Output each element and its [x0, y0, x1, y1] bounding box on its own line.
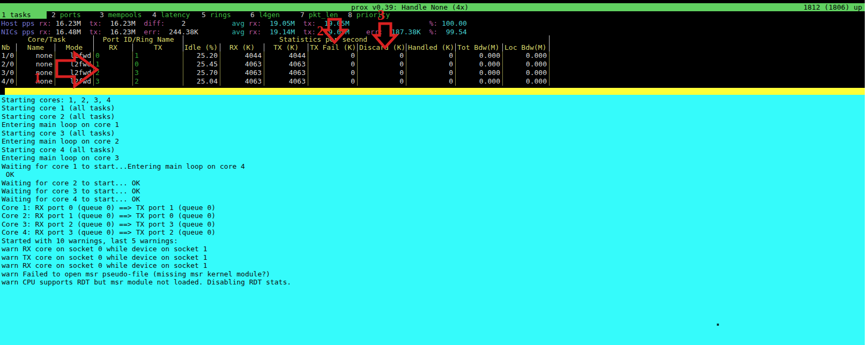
metric-segment: tx: — [295, 28, 316, 36]
stats-cell: Statistics per second — [183, 35, 550, 43]
stats-cell: Nb — [0, 43, 17, 51]
stats-row: 1/0nonel2fwd0125.20404440440000.0000.000 — [0, 51, 550, 60]
metric-segment — [350, 19, 429, 27]
tab-number: 6 — [250, 11, 255, 19]
stats-cell: 0 — [358, 60, 406, 69]
stats-cell: none — [17, 69, 55, 77]
right-strip — [865, 0, 868, 345]
prox-terminal-screen: prox v0.39: Handle None (4x) 1812 (1806)… — [0, 0, 868, 345]
stats-cell: Name — [17, 43, 55, 51]
stats-cell: 0 — [94, 51, 133, 60]
metric-segment: 16.23M — [51, 19, 81, 27]
tab-2-ports[interactable]: 2 ports — [51, 11, 81, 19]
tab-label: l4gen — [255, 11, 280, 19]
metric-segment: %: — [421, 28, 437, 36]
stats-cell: 0 — [308, 60, 358, 69]
stats-cell: Core/Task — [0, 35, 94, 43]
tab-row: 1 tasks2 ports3 mempools4 latency5 rings… — [0, 11, 865, 19]
stats-cell: 0.000 — [456, 51, 503, 60]
tab-3-mempools[interactable]: 3 mempools — [100, 11, 142, 19]
stats-cell: 4063 — [264, 69, 308, 77]
stats-cell: 1 — [133, 51, 183, 60]
tab-label: ports — [56, 11, 81, 19]
metric-segment: %: — [429, 19, 437, 27]
metric-segment — [198, 28, 232, 36]
stats-cell: Handled (K) — [406, 43, 456, 51]
stats-cell: 2 — [133, 77, 183, 86]
stats-cell: none — [17, 51, 55, 60]
stats-cell: 0.000 — [456, 60, 503, 69]
tab-label: tasks — [6, 11, 31, 19]
stray-dot — [717, 324, 719, 326]
log-text: Starting cores: 1, 2, 3, 4 Starting core… — [0, 95, 865, 286]
metric-segment: 19.14M — [261, 28, 295, 36]
stats-cell: 25.45 — [183, 60, 220, 69]
metric-segment: tx: — [81, 28, 102, 36]
stats-cell: 0.000 — [503, 60, 550, 69]
tab-4-latency[interactable]: 4 latency — [152, 11, 190, 19]
tab-8-priority[interactable]: 8 priority — [348, 11, 390, 19]
stats-cell: 2 — [94, 69, 133, 77]
stats-cell: 25.04 — [183, 77, 220, 86]
stats-cell: 3 — [133, 69, 183, 77]
metric-segment: 187.38K — [383, 28, 420, 36]
stats-cell: 2/0 — [0, 60, 17, 69]
stats-cell: RX — [94, 43, 133, 51]
stats-cell: 4/0 — [0, 77, 17, 86]
stats-cell: 4063 — [264, 60, 308, 69]
metric-segment: NICs pps — [1, 28, 35, 36]
tab-7-pkt_len[interactable]: 7 pkt_len — [300, 11, 338, 19]
stats-cell: 4063 — [220, 60, 264, 69]
stats-cell: 0.000 — [456, 69, 503, 77]
stats-column-header-row: NbNameModeRXTXIdle (%)RX (K)TX (K)TX Fai… — [0, 43, 550, 51]
metric-segment: 16.23M — [102, 19, 136, 27]
stats-cell: RX (K) — [220, 43, 264, 51]
stats-cell: 3 — [94, 77, 133, 86]
metric-segment: 244.38K — [160, 28, 198, 36]
metric-segment: diff: — [136, 19, 165, 27]
tab-5-rings[interactable]: 5 rings — [202, 11, 231, 19]
tab-number: 8 — [348, 11, 352, 19]
stats-cell: 0 — [406, 69, 456, 77]
pps-metrics: Host pps rx: 16.23M tx: 16.23M diff: 2 a… — [1, 19, 467, 36]
stats-cell: TX Fail (K) — [308, 43, 358, 51]
cursor-block — [0, 88, 5, 95]
metric-segment: 2 — [165, 19, 186, 27]
stats-cell: 0.000 — [503, 51, 550, 60]
metric-segment: 16.23M — [102, 28, 136, 36]
metric-segment: err: — [136, 28, 161, 36]
metric-segment: 19.05M — [316, 19, 350, 27]
stats-cell: 4063 — [220, 77, 264, 86]
tab-6-l4gen[interactable]: 6 l4gen — [250, 11, 280, 19]
tab-number: 5 — [202, 11, 206, 19]
stats-cell: none — [17, 60, 55, 69]
stats-row: 3/0nonel2fwd2325.70406340630000.0000.000 — [0, 69, 550, 77]
stats-cell: TX — [133, 43, 183, 51]
stats-cell: l2fwd — [55, 60, 94, 69]
tab-label: rings — [206, 11, 231, 19]
stats-cell: 0 — [406, 51, 456, 60]
log-area: Starting cores: 1, 2, 3, 4 Starting core… — [0, 95, 865, 345]
tab-1-tasks[interactable]: 1 tasks — [0, 11, 47, 19]
stats-cell: Idle (%) — [183, 43, 220, 51]
tab-label: pkt_len — [305, 11, 338, 19]
stats-cell: Port ID/Ring Name — [94, 35, 183, 43]
tab-number: 3 — [100, 11, 104, 19]
stats-cell: l2fwd — [55, 51, 94, 60]
stats-cell: 0 — [358, 51, 406, 60]
stats-cell: 0 — [308, 77, 358, 86]
stats-cell: 25.70 — [183, 69, 220, 77]
stats-cell: 0.000 — [503, 77, 550, 86]
stats-cell: 3/0 — [0, 69, 17, 77]
metric-segment — [186, 19, 232, 27]
stats-cell: l2fwd — [55, 69, 94, 77]
stats-cell: 0 — [133, 60, 183, 69]
stats-cell: Tot Bdw(M) — [456, 43, 503, 51]
stats-cell: 1/0 — [0, 51, 17, 60]
stats-row: 2/0nonel2fwd1025.45406340630000.0000.000 — [0, 60, 550, 69]
stats-cell: 0 — [406, 60, 456, 69]
metric-segment: rx: — [35, 19, 51, 27]
stats-cell: 0.000 — [503, 69, 550, 77]
metric-segment: rx: — [244, 28, 261, 36]
stats-table: Core/TaskPort ID/Ring NameStatistics per… — [0, 35, 550, 86]
